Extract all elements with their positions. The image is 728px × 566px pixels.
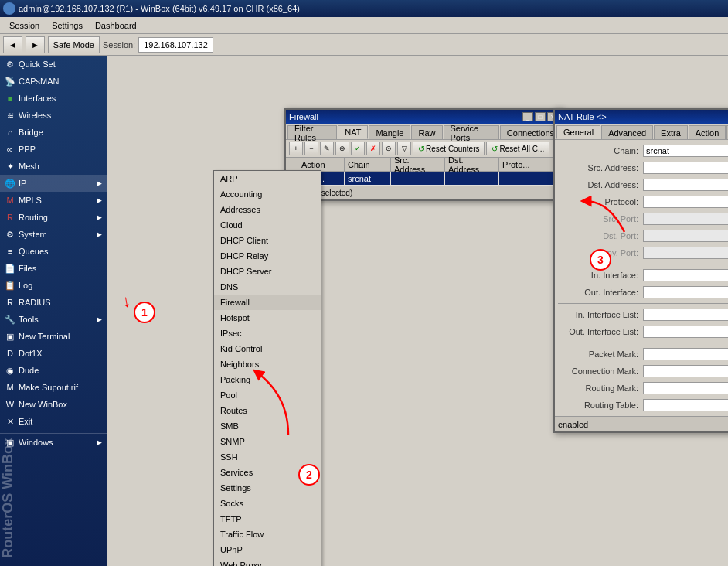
packet-mark-input[interactable] bbox=[643, 348, 728, 360]
sidebar-item-bridge[interactable]: ⌂ Bridge bbox=[0, 124, 107, 141]
ip-submenu-pool[interactable]: Pool bbox=[214, 387, 321, 403]
fw-remove-btn[interactable]: − bbox=[304, 142, 318, 155]
routing-mark-input[interactable] bbox=[643, 382, 728, 394]
ip-submenu-services[interactable]: Services bbox=[214, 465, 321, 480]
nat-tab-extra[interactable]: Extra bbox=[654, 125, 688, 139]
sidebar-item-interfaces[interactable]: ■ Interfaces bbox=[0, 90, 107, 107]
ip-submenu-accounting[interactable]: Accounting bbox=[214, 186, 321, 202]
ip-submenu-packing[interactable]: Packing bbox=[214, 372, 321, 387]
nat-tab-action[interactable]: Action bbox=[689, 125, 726, 139]
files-icon: 📄 bbox=[5, 263, 15, 274]
sidebar-item-routing[interactable]: R Routing ▶ bbox=[0, 209, 107, 226]
ip-submenu-tftp[interactable]: TFTP bbox=[214, 511, 321, 527]
nat-window: NAT Rule <> _ □ ✕ General Advanced Extra… bbox=[553, 108, 728, 433]
sidebar-item-new-terminal[interactable]: ▣ New Terminal bbox=[0, 328, 107, 345]
src-addr-input[interactable] bbox=[643, 162, 728, 174]
ip-submenu-ssh[interactable]: SSH bbox=[214, 449, 321, 465]
ip-submenu-upnp[interactable]: UPnP bbox=[214, 542, 321, 557]
safe-mode-button[interactable]: Safe Mode bbox=[48, 36, 100, 53]
firewall-minimize-btn[interactable]: _ bbox=[522, 112, 533, 121]
ip-submenu-kid-control[interactable]: Kid Control bbox=[214, 341, 321, 356]
nat-tab-general[interactable]: General bbox=[556, 125, 600, 139]
ip-submenu-traffic-flow[interactable]: Traffic Flow bbox=[214, 527, 321, 542]
sidebar-item-log[interactable]: 📋 Log bbox=[0, 277, 107, 294]
tab-nat[interactable]: NAT bbox=[338, 125, 368, 139]
routing-table-input[interactable] bbox=[643, 399, 728, 411]
sidebar-item-system[interactable]: ⚙ System ▶ bbox=[0, 226, 107, 243]
ip-submenu-web-proxy[interactable]: Web Proxy bbox=[214, 557, 321, 566]
chain-input[interactable] bbox=[643, 145, 728, 157]
ip-submenu-dhcp-server[interactable]: DHCP Server bbox=[214, 264, 321, 279]
in-if-list-input[interactable] bbox=[643, 309, 728, 321]
sidebar-item-dude[interactable]: ◉ Dude bbox=[0, 362, 107, 379]
fw-reset-all-btn[interactable]: ↺ Reset All C... bbox=[486, 142, 549, 155]
ip-submenu-addresses[interactable]: Addresses bbox=[214, 202, 321, 217]
table-row[interactable]: mas... srcnat bbox=[286, 172, 561, 186]
ip-submenu-smb[interactable]: SMB bbox=[214, 418, 321, 434]
conn-mark-input[interactable] bbox=[643, 365, 728, 377]
ip-submenu-firewall[interactable]: Firewall bbox=[214, 295, 321, 310]
ip-submenu-snmp[interactable]: SNMP bbox=[214, 434, 321, 449]
ip-submenu-socks[interactable]: Socks bbox=[214, 496, 321, 511]
ip-submenu-neighbors[interactable]: Neighbors bbox=[214, 356, 321, 372]
fw-copy-btn[interactable]: ⊕ bbox=[335, 142, 349, 155]
in-if-input[interactable] bbox=[643, 269, 728, 281]
out-if-list-input[interactable] bbox=[643, 326, 728, 338]
ip-submenu-dns[interactable]: DNS bbox=[214, 279, 321, 295]
ip-submenu-ipsec[interactable]: IPsec bbox=[214, 326, 321, 341]
fw-move-btn[interactable]: ⊙ bbox=[382, 142, 396, 155]
dst-port-input[interactable] bbox=[643, 230, 728, 242]
label-chain: Chain: bbox=[558, 146, 643, 155]
sidebar-item-ip[interactable]: 🌐 IP ▶ bbox=[0, 175, 107, 192]
sidebar-item-mesh[interactable]: ✦ Mesh bbox=[0, 158, 107, 175]
fw-enable-btn[interactable]: ✓ bbox=[351, 142, 365, 155]
sidebar-item-new-winbox[interactable]: W New WinBox bbox=[0, 396, 107, 413]
sidebar-item-quick-set[interactable]: ⚙ Quick Set bbox=[0, 56, 107, 73]
sidebar-item-tools[interactable]: 🔧 Tools ▶ bbox=[0, 311, 107, 328]
fw-reset-counters-btn[interactable]: ↺ Reset Counters bbox=[413, 142, 485, 155]
tab-raw[interactable]: Raw bbox=[411, 125, 442, 139]
out-if-input[interactable] bbox=[643, 286, 728, 298]
capsman-icon: 📡 bbox=[5, 76, 15, 87]
sidebar-item-radius[interactable]: R RADIUS bbox=[0, 294, 107, 311]
form-row-any-port: Any. Port: ▼ bbox=[558, 245, 728, 261]
sidebar-item-files[interactable]: 📄 Files bbox=[0, 260, 107, 277]
sidebar-item-exit[interactable]: ✕ Exit bbox=[0, 413, 107, 430]
tab-mangle[interactable]: Mangle bbox=[369, 125, 410, 139]
fw-edit-btn[interactable]: ✎ bbox=[320, 142, 334, 155]
ip-submenu-settings[interactable]: Settings bbox=[214, 480, 321, 496]
ip-submenu-hotspot[interactable]: Hotspot bbox=[214, 310, 321, 326]
sidebar-item-dot1x[interactable]: D Dot1X bbox=[0, 345, 107, 362]
firewall-window: Firewall _ □ ✕ Filter Rules NAT Mangle R… bbox=[284, 108, 563, 201]
ip-submenu-dhcp-client[interactable]: DHCP Client bbox=[214, 233, 321, 248]
fw-disable-btn[interactable]: ✗ bbox=[366, 142, 380, 155]
fw-add-btn[interactable]: + bbox=[289, 142, 303, 155]
ip-submenu-arp[interactable]: ARP bbox=[214, 171, 321, 186]
sidebar-item-make-supout[interactable]: M Make Supout.rif bbox=[0, 379, 107, 396]
sidebar-item-capsman[interactable]: 📡 CAPsMAN bbox=[0, 73, 107, 90]
sidebar-item-ppp[interactable]: ∞ PPP bbox=[0, 141, 107, 158]
back-button[interactable]: ◄ bbox=[3, 36, 22, 53]
label-conn-mark: Connection Mark: bbox=[558, 367, 643, 376]
ip-submenu-cloud[interactable]: Cloud bbox=[214, 217, 321, 233]
menu-session[interactable]: Session bbox=[3, 19, 46, 32]
tab-service-ports[interactable]: Service Ports bbox=[444, 125, 499, 139]
firewall-maximize-btn[interactable]: □ bbox=[535, 112, 546, 121]
forward-button[interactable]: ► bbox=[26, 36, 45, 53]
ip-submenu-dhcp-relay[interactable]: DHCP Relay bbox=[214, 248, 321, 264]
src-port-input[interactable] bbox=[643, 213, 728, 225]
col-chain: Chain bbox=[345, 158, 391, 171]
sidebar-item-queues[interactable]: ≡ Queues bbox=[0, 243, 107, 260]
tab-filter-rules[interactable]: Filter Rules bbox=[287, 125, 337, 139]
nat-tab-advanced[interactable]: Advanced bbox=[601, 125, 653, 139]
fw-filter-btn[interactable]: ▽ bbox=[397, 142, 411, 155]
sidebar-item-mpls[interactable]: M MPLS ▶ bbox=[0, 192, 107, 209]
tab-connections[interactable]: Connections bbox=[500, 125, 561, 139]
sidebar-item-wireless[interactable]: ≋ Wireless bbox=[0, 107, 107, 124]
any-port-input[interactable] bbox=[643, 247, 728, 259]
dst-addr-input[interactable] bbox=[643, 179, 728, 191]
protocol-input[interactable] bbox=[643, 196, 728, 208]
menu-dashboard[interactable]: Dashboard bbox=[89, 19, 143, 32]
menu-settings[interactable]: Settings bbox=[46, 19, 89, 32]
ip-submenu-routes[interactable]: Routes bbox=[214, 403, 321, 418]
